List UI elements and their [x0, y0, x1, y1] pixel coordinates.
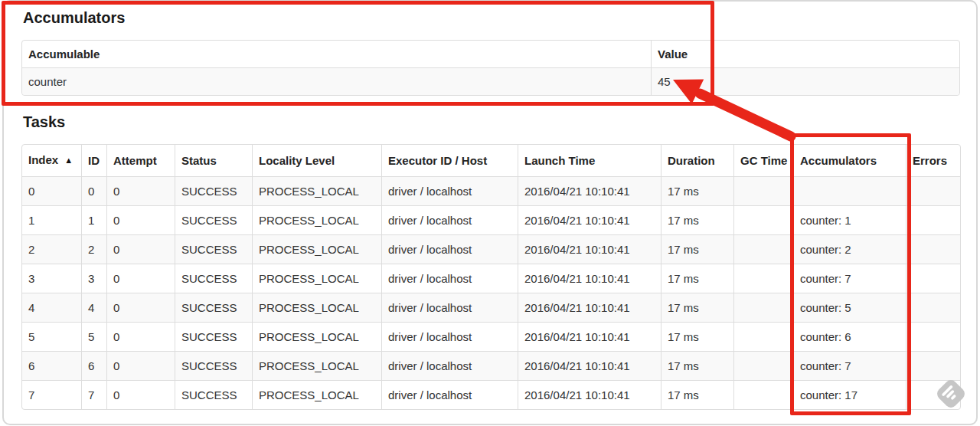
- cell-duration: 17 ms: [661, 380, 733, 409]
- column-header-locality-level[interactable]: Locality Level: [252, 145, 381, 176]
- cell-launch-time: 2016/04/21 10:10:41: [518, 293, 661, 322]
- cell-executor-id-host: driver / localhost: [381, 234, 518, 264]
- cell-status: SUCCESS: [175, 293, 252, 322]
- cell-errors: [906, 176, 960, 205]
- column-header-value[interactable]: Value: [651, 41, 959, 67]
- column-header-accumulable[interactable]: Accumulable: [22, 41, 651, 67]
- cell-accumulators: counter: 17: [793, 380, 906, 409]
- cell-accumulators: counter: 7: [793, 264, 906, 293]
- cell-accumulators: counter: 6: [793, 322, 906, 351]
- cell-attempt: 0: [106, 380, 175, 409]
- cell-status: SUCCESS: [175, 264, 252, 293]
- task-row: 2 2 0 SUCCESS PROCESS_LOCAL driver / loc…: [22, 234, 960, 264]
- cell-status: SUCCESS: [175, 234, 252, 264]
- tasks-heading: Tasks: [23, 113, 65, 131]
- cell-index: 1: [22, 205, 81, 234]
- cell-attempt: 0: [106, 234, 175, 264]
- column-header-launch-time[interactable]: Launch Time: [518, 145, 661, 176]
- cell-id: 3: [81, 264, 106, 293]
- column-header-id[interactable]: ID: [81, 145, 106, 176]
- cell-locality-level: PROCESS_LOCAL: [252, 293, 381, 322]
- cell-errors: [906, 322, 960, 351]
- cell-index: 6: [22, 351, 81, 380]
- cell-attempt: 0: [106, 322, 175, 351]
- cell-accumulators: counter: 5: [793, 293, 906, 322]
- accumulators-heading: Accumulators: [23, 8, 125, 27]
- cell-launch-time: 2016/04/21 10:10:41: [518, 351, 661, 380]
- task-row: 6 6 0 SUCCESS PROCESS_LOCAL driver / loc…: [22, 351, 960, 380]
- cell-index: 3: [22, 264, 81, 293]
- cell-launch-time: 2016/04/21 10:10:41: [518, 264, 661, 293]
- cell-attempt: 0: [106, 205, 175, 234]
- column-header-errors[interactable]: Errors: [906, 145, 960, 176]
- cell-status: SUCCESS: [175, 380, 252, 409]
- cell-errors: [906, 234, 960, 264]
- cell-duration: 17 ms: [661, 322, 733, 351]
- cell-index: 2: [22, 234, 81, 264]
- cell-gc-time: [733, 264, 793, 293]
- tasks-header-row: Index▲ ID Attempt Status Locality Level …: [22, 145, 960, 176]
- column-header-index[interactable]: Index▲: [22, 145, 81, 176]
- cell-index: 5: [22, 322, 81, 351]
- cell-executor-id-host: driver / localhost: [381, 322, 518, 351]
- cell-errors: [906, 205, 960, 234]
- cell-attempt: 0: [106, 293, 175, 322]
- cell-index: 0: [22, 176, 81, 205]
- cell-duration: 17 ms: [661, 234, 733, 264]
- cell-index: 7: [22, 380, 81, 409]
- cell-attempt: 0: [106, 351, 175, 380]
- accumulators-header-row: Accumulable Value: [22, 41, 959, 67]
- accumulators-table: Accumulable Value counter 45: [21, 40, 960, 96]
- cell-locality-level: PROCESS_LOCAL: [252, 380, 381, 409]
- cell-executor-id-host: driver / localhost: [381, 176, 518, 205]
- column-header-duration[interactable]: Duration: [661, 145, 733, 176]
- cell-executor-id-host: driver / localhost: [381, 351, 518, 380]
- cell-executor-id-host: driver / localhost: [381, 293, 518, 322]
- cell-status: SUCCESS: [175, 176, 252, 205]
- cell-value: 45: [651, 67, 959, 95]
- cell-executor-id-host: driver / localhost: [381, 205, 518, 234]
- task-row: 4 4 0 SUCCESS PROCESS_LOCAL driver / loc…: [22, 293, 960, 322]
- cell-errors: [906, 264, 960, 293]
- cell-status: SUCCESS: [175, 322, 252, 351]
- cell-duration: 17 ms: [661, 264, 733, 293]
- column-header-gc-time[interactable]: GC Time: [733, 145, 793, 176]
- cell-accumulators: counter: 2: [793, 234, 906, 264]
- cell-launch-time: 2016/04/21 10:10:41: [518, 205, 661, 234]
- accumulator-row: counter 45: [22, 67, 959, 95]
- cell-gc-time: [733, 205, 793, 234]
- cell-executor-id-host: driver / localhost: [381, 380, 518, 409]
- feedly-icon: [933, 376, 969, 415]
- column-header-index-label: Index: [28, 153, 58, 166]
- cell-locality-level: PROCESS_LOCAL: [252, 322, 381, 351]
- cell-launch-time: 2016/04/21 10:10:41: [518, 176, 661, 205]
- cell-duration: 17 ms: [661, 176, 733, 205]
- cell-id: 5: [81, 322, 106, 351]
- cell-gc-time: [733, 380, 793, 409]
- cell-accumulators: counter: 7: [793, 351, 906, 380]
- cell-accumulable: counter: [22, 67, 651, 95]
- cell-accumulators: counter: 1: [793, 205, 906, 234]
- cell-locality-level: PROCESS_LOCAL: [252, 234, 381, 264]
- cell-gc-time: [733, 293, 793, 322]
- column-header-status[interactable]: Status: [175, 145, 252, 176]
- tasks-table: Index▲ ID Attempt Status Locality Level …: [21, 144, 961, 410]
- cell-locality-level: PROCESS_LOCAL: [252, 176, 381, 205]
- cell-gc-time: [733, 234, 793, 264]
- cell-attempt: 0: [106, 264, 175, 293]
- task-row: 0 0 0 SUCCESS PROCESS_LOCAL driver / loc…: [22, 176, 960, 205]
- column-header-attempt[interactable]: Attempt: [106, 145, 175, 176]
- cell-duration: 17 ms: [661, 205, 733, 234]
- cell-executor-id-host: driver / localhost: [381, 264, 518, 293]
- column-header-executor-id-host[interactable]: Executor ID / Host: [381, 145, 518, 176]
- cell-accumulators: [793, 176, 906, 205]
- cell-gc-time: [733, 351, 793, 380]
- column-header-accumulators[interactable]: Accumulators: [793, 145, 906, 176]
- cell-locality-level: PROCESS_LOCAL: [252, 264, 381, 293]
- cell-locality-level: PROCESS_LOCAL: [252, 205, 381, 234]
- cell-errors: [906, 293, 960, 322]
- cell-status: SUCCESS: [175, 205, 252, 234]
- cell-duration: 17 ms: [661, 293, 733, 322]
- task-row: 3 3 0 SUCCESS PROCESS_LOCAL driver / loc…: [22, 264, 960, 293]
- cell-gc-time: [733, 176, 793, 205]
